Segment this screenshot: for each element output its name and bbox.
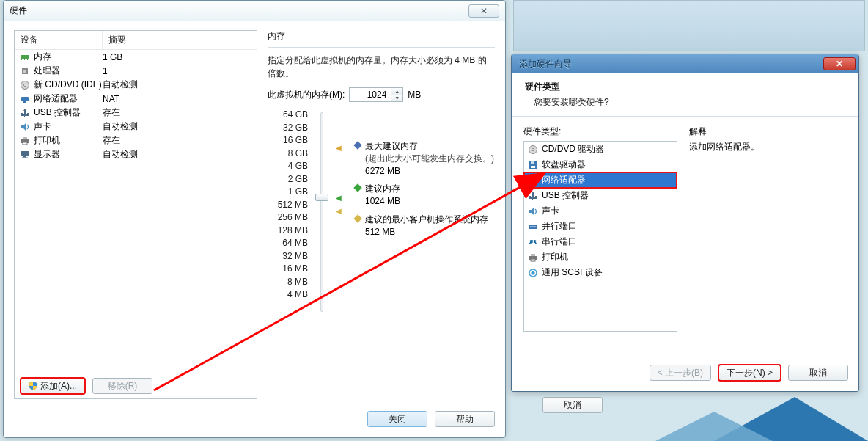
slider-tick-label: 16 GB bbox=[268, 135, 308, 145]
slider-tick-label: 4 MB bbox=[268, 289, 308, 299]
rec-legend-icon bbox=[353, 184, 361, 192]
min-marker-icon: ◀ bbox=[336, 207, 342, 215]
close-button[interactable]: 关闭 bbox=[367, 411, 427, 427]
hardware-close-button[interactable]: ✕ bbox=[468, 4, 499, 18]
display-icon bbox=[19, 150, 31, 160]
hardware-title: 硬件 bbox=[10, 4, 27, 17]
hwtype-item[interactable]: 声卡 bbox=[524, 203, 677, 219]
hwtype-item-label: 打印机 bbox=[542, 251, 568, 263]
device-row[interactable]: 处理器1 bbox=[15, 64, 257, 78]
column-device[interactable]: 设备 bbox=[15, 31, 103, 49]
add-button[interactable]: 添加(A)... bbox=[21, 378, 85, 394]
hwtype-item-label: 通用 SCSI 设备 bbox=[542, 266, 603, 279]
device-row[interactable]: 声卡自动检测 bbox=[15, 120, 257, 134]
hwtype-item[interactable]: CD/DVD 驱动器 bbox=[524, 142, 677, 157]
slider-tick-label: 128 MB bbox=[268, 225, 308, 236]
device-row[interactable]: 新 CD/DVD (IDE)自动检测 bbox=[15, 78, 257, 92]
slider-tick-label: 32 MB bbox=[268, 251, 308, 261]
hwtype-item[interactable]: 并行端口 bbox=[524, 219, 677, 234]
hwtype-item[interactable]: 010串行端口 bbox=[524, 234, 677, 249]
cd-icon bbox=[19, 80, 31, 90]
cd-icon bbox=[527, 145, 539, 155]
svg-point-21 bbox=[532, 148, 534, 150]
svg-rect-12 bbox=[21, 97, 29, 101]
memory-stepper[interactable]: ▲ ▼ bbox=[349, 87, 403, 102]
slider-tick-label: 8 GB bbox=[268, 148, 308, 158]
hwtype-item[interactable]: 打印机 bbox=[524, 249, 677, 265]
memory-slider[interactable] bbox=[314, 109, 330, 315]
max-legend-value: 6272 MB bbox=[365, 165, 494, 178]
cancel-button[interactable]: 取消 bbox=[788, 365, 848, 381]
device-row[interactable]: 打印机存在 bbox=[15, 134, 257, 147]
hwtype-item-label: 软盘驱动器 bbox=[542, 158, 586, 171]
close-icon: ✕ bbox=[480, 6, 488, 16]
device-summary: 自动检测 bbox=[103, 148, 252, 161]
svg-rect-7 bbox=[27, 59, 28, 60]
hwtype-item-label: 串行端口 bbox=[542, 236, 577, 248]
device-row[interactable]: 显示器自动检测 bbox=[15, 147, 257, 161]
device-name: 打印机 bbox=[34, 134, 60, 147]
help-button[interactable]: 帮助 bbox=[435, 411, 495, 427]
hardware-titlebar[interactable]: 硬件 ✕ bbox=[4, 1, 505, 21]
svg-rect-2 bbox=[21, 55, 29, 59]
wizard-close-button[interactable]: ✕ bbox=[823, 57, 856, 70]
usb-icon bbox=[19, 108, 31, 118]
cpu-icon bbox=[19, 66, 31, 76]
svg-marker-1 bbox=[655, 412, 773, 441]
max-legend-title: 最大建议内存 bbox=[365, 140, 494, 153]
hwtype-item[interactable]: 网络适配器 bbox=[524, 172, 677, 188]
back-button: < 上一步(B) bbox=[650, 365, 711, 381]
memory-unit: MB bbox=[408, 90, 421, 100]
behind-cancel-button[interactable]: 取消 bbox=[542, 397, 603, 413]
hwtype-item[interactable]: 通用 SCSI 设备 bbox=[524, 265, 677, 280]
device-name: 新 CD/DVD (IDE) bbox=[34, 79, 102, 91]
wizard-title: 添加硬件向导 bbox=[519, 58, 572, 70]
svg-point-29 bbox=[532, 226, 534, 227]
column-summary[interactable]: 摘要 bbox=[103, 31, 257, 49]
device-name: 处理器 bbox=[34, 65, 60, 77]
slider-tick-label: 64 MB bbox=[268, 238, 308, 248]
memory-spin-down[interactable]: ▼ bbox=[391, 95, 402, 102]
hardware-dialog: 硬件 ✕ 设备 摘要 内存1 GB处理器1新 CD/DVD (IDE)自动检测网… bbox=[3, 0, 506, 438]
slider-tick-label: 16 MB bbox=[268, 263, 308, 274]
slider-tick-label: 1 GB bbox=[268, 186, 308, 197]
memory-icon bbox=[19, 52, 31, 62]
device-summary: 1 GB bbox=[103, 52, 252, 62]
device-summary: 自动检测 bbox=[103, 79, 252, 91]
uac-shield-icon bbox=[29, 382, 37, 390]
slider-tick-label: 4 GB bbox=[268, 161, 308, 171]
max-marker-icon: ◀ bbox=[336, 144, 342, 152]
wizard-titlebar[interactable]: 添加硬件向导 ✕ bbox=[512, 54, 858, 73]
printer-icon bbox=[527, 252, 539, 263]
memory-input[interactable] bbox=[350, 88, 391, 101]
usb-icon bbox=[527, 191, 539, 201]
device-row[interactable]: USB 控制器存在 bbox=[15, 106, 257, 120]
next-button[interactable]: 下一步(N) > bbox=[718, 365, 781, 381]
svg-rect-24 bbox=[531, 166, 535, 168]
svg-rect-16 bbox=[23, 142, 27, 145]
svg-rect-19 bbox=[22, 157, 28, 158]
svg-rect-6 bbox=[26, 59, 26, 60]
svg-rect-25 bbox=[529, 178, 537, 183]
slider-tick-label: 64 GB bbox=[268, 109, 308, 120]
svg-rect-35 bbox=[531, 259, 535, 261]
device-name: USB 控制器 bbox=[34, 106, 81, 119]
close-icon: ✕ bbox=[836, 59, 843, 69]
svg-rect-13 bbox=[23, 101, 26, 103]
hwtype-item-label: CD/DVD 驱动器 bbox=[542, 143, 604, 156]
device-summary: NAT bbox=[103, 94, 252, 104]
device-row[interactable]: 网络适配器NAT bbox=[15, 92, 257, 106]
rec-legend-value: 1024 MB bbox=[365, 195, 400, 208]
explain-label: 解释 bbox=[689, 125, 847, 138]
device-list-panel: 设备 摘要 内存1 GB处理器1新 CD/DVD (IDE)自动检测网络适配器N… bbox=[14, 30, 257, 399]
hwtype-item[interactable]: USB 控制器 bbox=[524, 188, 677, 203]
svg-rect-34 bbox=[531, 254, 535, 256]
floppy-icon bbox=[527, 160, 539, 170]
hwtype-list[interactable]: CD/DVD 驱动器软盘驱动器网络适配器USB 控制器声卡并行端口010串行端口… bbox=[523, 141, 677, 332]
device-row[interactable]: 内存1 GB bbox=[15, 50, 257, 64]
svg-marker-0 bbox=[714, 397, 868, 441]
hwtype-item[interactable]: 软盘驱动器 bbox=[524, 157, 677, 172]
svg-text:010: 010 bbox=[528, 237, 538, 246]
serial-icon: 010 bbox=[527, 237, 539, 247]
memory-spin-up[interactable]: ▲ bbox=[391, 88, 402, 95]
